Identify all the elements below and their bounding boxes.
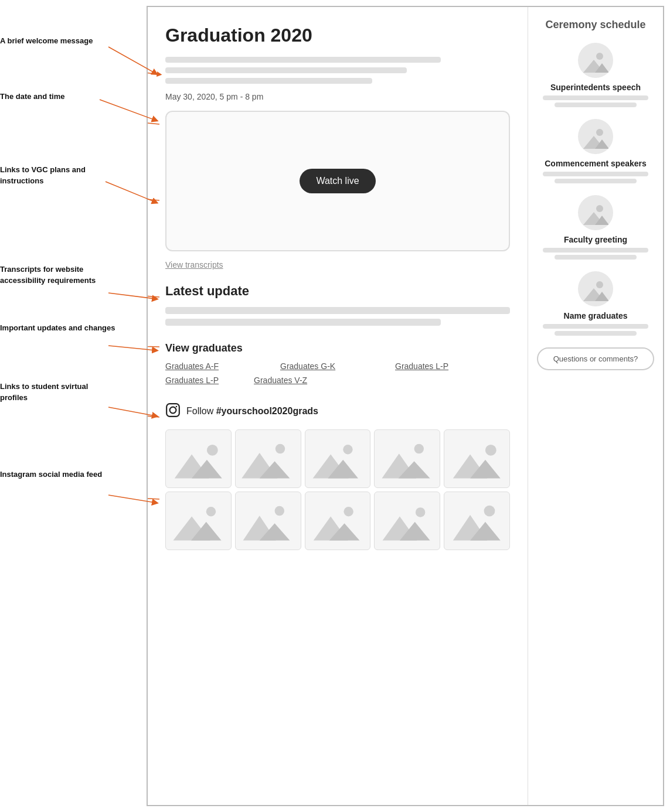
schedule-item-name-2: Commencement speakers: [545, 159, 647, 168]
svg-point-25: [206, 507, 215, 516]
annotation-welcome: A brief welcome message: [0, 35, 117, 46]
svg-point-19: [414, 443, 424, 453]
instagram-thumb-8[interactable]: [305, 492, 371, 550]
svg-point-22: [485, 445, 496, 456]
instagram-grid: [165, 429, 510, 550]
annotation-date: The date and time: [0, 91, 117, 102]
schedule-avatar-4: [578, 271, 613, 306]
graduates-link-lp1[interactable]: Graduates L-P: [395, 361, 510, 371]
svg-point-10: [206, 445, 217, 456]
graduates-section: View graduates Graduates A-F Graduates G…: [165, 342, 510, 385]
svg-rect-7: [166, 404, 179, 417]
schedule-avatar-1: [578, 43, 613, 78]
annotation-transcripts: Transcripts for website accessibility re…: [0, 264, 117, 286]
instagram-header: Follow #yourschool2020grads: [165, 402, 510, 420]
instagram-thumb-3[interactable]: [305, 429, 371, 488]
graduates-links-row1: Graduates A-F Graduates G-K Graduates L-…: [165, 361, 510, 371]
instagram-thumb-5[interactable]: [444, 429, 510, 488]
svg-point-9: [176, 406, 178, 408]
instagram-hashtag: #yourschool2020grads: [216, 406, 318, 416]
graduates-links-row2: Graduates L-P Graduates V-Z: [165, 376, 510, 385]
svg-point-16: [343, 445, 352, 454]
instagram-section: Follow #yourschool2020grads: [165, 402, 510, 550]
schedule-avatar-2: [578, 119, 613, 154]
graduates-title: View graduates: [165, 342, 510, 354]
schedule-item-4: Name graduates: [537, 271, 654, 336]
svg-point-31: [344, 507, 353, 516]
schedule-item-name-1: Superintedents speech: [550, 83, 641, 92]
page-title: Graduation 2020: [165, 25, 510, 46]
svg-point-43: [596, 129, 603, 136]
schedule-avatar-3: [578, 195, 613, 230]
svg-point-34: [416, 507, 425, 517]
instagram-thumb-7[interactable]: [235, 492, 301, 550]
instagram-thumb-6[interactable]: [165, 492, 232, 550]
instagram-thumb-9[interactable]: [374, 492, 440, 550]
sidebar: Ceremony schedule Superintedents speech: [528, 7, 663, 805]
watch-live-button[interactable]: Watch live: [300, 169, 375, 193]
svg-point-28: [275, 506, 284, 515]
instagram-thumb-4[interactable]: [374, 429, 440, 488]
video-player: Watch live: [165, 111, 510, 251]
welcome-message-skeleton: [165, 57, 510, 84]
annotation-links: Links to VGC plans and instructions: [0, 164, 117, 186]
schedule-item-name-4: Name graduates: [564, 311, 628, 320]
svg-point-13: [276, 443, 285, 453]
annotation-instagram: Instagram social media feed: [0, 469, 117, 480]
instagram-thumb-2[interactable]: [235, 429, 301, 488]
latest-update-section: Latest update: [165, 284, 510, 326]
svg-point-37: [484, 505, 495, 516]
instagram-thumb-1[interactable]: [165, 429, 232, 488]
event-date: May 30, 2020, 5 pm - 8 pm: [165, 92, 510, 101]
instagram-follow-text: Follow #yourschool2020grads: [186, 406, 318, 417]
annotation-profiles: Links to student svirtual profiles: [0, 381, 117, 403]
instagram-thumb-10[interactable]: [444, 492, 510, 550]
latest-update-title: Latest update: [165, 284, 510, 299]
view-transcripts-link[interactable]: View transcripts: [165, 260, 223, 269]
svg-point-49: [596, 281, 603, 288]
schedule-item-name-3: Faculty greeting: [564, 235, 627, 244]
schedule-item-1: Superintedents speech: [537, 43, 654, 107]
instagram-icon: [165, 402, 181, 420]
svg-point-40: [596, 53, 603, 60]
graduates-link-lp2[interactable]: Graduates L-P: [165, 376, 219, 385]
graduates-link-vz[interactable]: Graduates V-Z: [254, 376, 307, 385]
graduates-link-af[interactable]: Graduates A-F: [165, 361, 280, 371]
svg-point-8: [170, 407, 176, 414]
graduates-link-gk[interactable]: Graduates G-K: [280, 361, 395, 371]
schedule-item-2: Commencement speakers: [537, 119, 654, 183]
sidebar-title: Ceremony schedule: [537, 19, 654, 31]
svg-point-46: [596, 205, 603, 212]
schedule-item-3: Faculty greeting: [537, 195, 654, 260]
annotation-updates: Important updates and changes: [0, 322, 117, 333]
questions-button[interactable]: Questions or comments?: [537, 347, 654, 370]
